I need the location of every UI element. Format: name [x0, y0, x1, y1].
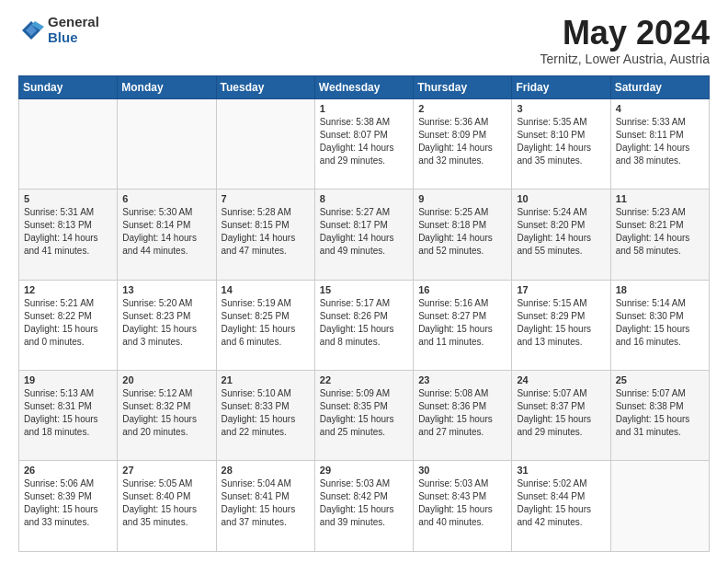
subtitle: Ternitz, Lower Austria, Austria — [540, 52, 710, 66]
day-number: 4 — [616, 103, 704, 114]
day-info: Sunrise: 5:35 AM Sunset: 8:10 PM Dayligh… — [517, 116, 605, 167]
day-cell: 13Sunrise: 5:20 AM Sunset: 8:23 PM Dayli… — [118, 280, 216, 370]
day-cell: 12Sunrise: 5:21 AM Sunset: 8:22 PM Dayli… — [19, 280, 118, 370]
day-number: 23 — [418, 374, 506, 385]
day-cell: 28Sunrise: 5:04 AM Sunset: 8:41 PM Dayli… — [216, 461, 314, 552]
week-row-4: 26Sunrise: 5:06 AM Sunset: 8:39 PM Dayli… — [19, 461, 710, 552]
col-tuesday: Tuesday — [216, 75, 314, 98]
day-info: Sunrise: 5:25 AM Sunset: 8:18 PM Dayligh… — [418, 206, 506, 258]
day-cell: 27Sunrise: 5:05 AM Sunset: 8:40 PM Dayli… — [118, 461, 216, 552]
day-cell: 30Sunrise: 5:03 AM Sunset: 8:43 PM Dayli… — [414, 461, 512, 552]
calendar-table: Sunday Monday Tuesday Wednesday Thursday… — [18, 75, 710, 552]
day-cell: 10Sunrise: 5:24 AM Sunset: 8:20 PM Dayli… — [512, 190, 610, 280]
day-number: 21 — [222, 374, 310, 385]
header: General Blue May 2024 Ternitz, Lower Aus… — [18, 15, 710, 66]
day-info: Sunrise: 5:27 AM Sunset: 8:17 PM Dayligh… — [320, 206, 408, 258]
day-info: Sunrise: 5:31 AM Sunset: 8:13 PM Dayligh… — [24, 206, 112, 258]
day-number: 26 — [24, 465, 112, 476]
day-info: Sunrise: 5:04 AM Sunset: 8:41 PM Dayligh… — [222, 477, 310, 529]
day-number: 24 — [517, 374, 605, 385]
day-number: 30 — [418, 465, 506, 476]
day-info: Sunrise: 5:24 AM Sunset: 8:20 PM Dayligh… — [517, 206, 605, 258]
col-thursday: Thursday — [414, 75, 512, 98]
day-cell: 16Sunrise: 5:16 AM Sunset: 8:27 PM Dayli… — [414, 280, 512, 370]
day-cell: 19Sunrise: 5:13 AM Sunset: 8:31 PM Dayli… — [19, 371, 118, 461]
day-cell: 14Sunrise: 5:19 AM Sunset: 8:25 PM Dayli… — [216, 280, 314, 370]
day-cell: 2Sunrise: 5:36 AM Sunset: 8:09 PM Daylig… — [414, 98, 512, 189]
calendar-page: General Blue May 2024 Ternitz, Lower Aus… — [0, 0, 728, 563]
day-number: 15 — [320, 284, 408, 295]
day-info: Sunrise: 5:07 AM Sunset: 8:37 PM Dayligh… — [517, 387, 605, 439]
week-row-0: 1Sunrise: 5:38 AM Sunset: 8:07 PM Daylig… — [19, 98, 710, 189]
day-cell: 29Sunrise: 5:03 AM Sunset: 8:42 PM Dayli… — [314, 461, 413, 552]
day-info: Sunrise: 5:36 AM Sunset: 8:09 PM Dayligh… — [418, 116, 506, 167]
logo-text: General Blue — [48, 15, 99, 45]
main-title: May 2024 — [540, 15, 710, 52]
day-info: Sunrise: 5:33 AM Sunset: 8:11 PM Dayligh… — [616, 116, 704, 167]
logo: General Blue — [18, 15, 99, 45]
day-number: 1 — [320, 103, 408, 114]
day-number: 5 — [24, 193, 112, 204]
day-cell — [19, 98, 118, 189]
week-row-1: 5Sunrise: 5:31 AM Sunset: 8:13 PM Daylig… — [19, 190, 710, 280]
day-number: 12 — [24, 284, 112, 295]
day-number: 18 — [616, 284, 704, 295]
day-info: Sunrise: 5:08 AM Sunset: 8:36 PM Dayligh… — [418, 387, 506, 439]
day-info: Sunrise: 5:06 AM Sunset: 8:39 PM Dayligh… — [24, 477, 112, 529]
col-saturday: Saturday — [610, 75, 709, 98]
week-row-2: 12Sunrise: 5:21 AM Sunset: 8:22 PM Dayli… — [19, 280, 710, 370]
col-wednesday: Wednesday — [314, 75, 413, 98]
day-cell: 3Sunrise: 5:35 AM Sunset: 8:10 PM Daylig… — [512, 98, 610, 189]
day-number: 29 — [320, 465, 408, 476]
logo-icon — [18, 17, 44, 43]
col-sunday: Sunday — [19, 75, 118, 98]
day-cell: 18Sunrise: 5:14 AM Sunset: 8:30 PM Dayli… — [610, 280, 709, 370]
day-cell — [216, 98, 314, 189]
day-number: 2 — [418, 103, 506, 114]
day-info: Sunrise: 5:12 AM Sunset: 8:32 PM Dayligh… — [122, 387, 210, 439]
day-number: 11 — [616, 193, 704, 204]
logo-general: General — [48, 15, 99, 30]
day-number: 28 — [222, 465, 310, 476]
day-info: Sunrise: 5:03 AM Sunset: 8:42 PM Dayligh… — [320, 477, 408, 529]
day-info: Sunrise: 5:09 AM Sunset: 8:35 PM Dayligh… — [320, 387, 408, 439]
day-info: Sunrise: 5:10 AM Sunset: 8:33 PM Dayligh… — [222, 387, 310, 439]
day-info: Sunrise: 5:38 AM Sunset: 8:07 PM Dayligh… — [320, 116, 408, 167]
day-number: 8 — [320, 193, 408, 204]
day-cell: 11Sunrise: 5:23 AM Sunset: 8:21 PM Dayli… — [610, 190, 709, 280]
logo-blue: Blue — [48, 30, 99, 46]
day-cell: 4Sunrise: 5:33 AM Sunset: 8:11 PM Daylig… — [610, 98, 709, 189]
day-cell: 6Sunrise: 5:30 AM Sunset: 8:14 PM Daylig… — [118, 190, 216, 280]
day-cell — [118, 98, 216, 189]
day-cell: 31Sunrise: 5:02 AM Sunset: 8:44 PM Dayli… — [512, 461, 610, 552]
day-cell: 23Sunrise: 5:08 AM Sunset: 8:36 PM Dayli… — [414, 371, 512, 461]
day-number: 3 — [517, 103, 605, 114]
day-number: 31 — [517, 465, 605, 476]
day-info: Sunrise: 5:03 AM Sunset: 8:43 PM Dayligh… — [418, 477, 506, 529]
day-info: Sunrise: 5:21 AM Sunset: 8:22 PM Dayligh… — [24, 297, 112, 349]
day-info: Sunrise: 5:07 AM Sunset: 8:38 PM Dayligh… — [616, 387, 704, 439]
day-number: 10 — [517, 193, 605, 204]
day-info: Sunrise: 5:20 AM Sunset: 8:23 PM Dayligh… — [122, 297, 210, 349]
day-number: 27 — [122, 465, 210, 476]
day-cell: 17Sunrise: 5:15 AM Sunset: 8:29 PM Dayli… — [512, 280, 610, 370]
day-number: 7 — [222, 193, 310, 204]
day-cell — [610, 461, 709, 552]
day-cell: 25Sunrise: 5:07 AM Sunset: 8:38 PM Dayli… — [610, 371, 709, 461]
day-number: 17 — [517, 284, 605, 295]
day-cell: 24Sunrise: 5:07 AM Sunset: 8:37 PM Dayli… — [512, 371, 610, 461]
col-friday: Friday — [512, 75, 610, 98]
day-number: 16 — [418, 284, 506, 295]
day-info: Sunrise: 5:28 AM Sunset: 8:15 PM Dayligh… — [222, 206, 310, 258]
day-info: Sunrise: 5:23 AM Sunset: 8:21 PM Dayligh… — [616, 206, 704, 258]
day-info: Sunrise: 5:19 AM Sunset: 8:25 PM Dayligh… — [222, 297, 310, 349]
day-cell: 7Sunrise: 5:28 AM Sunset: 8:15 PM Daylig… — [216, 190, 314, 280]
day-cell: 8Sunrise: 5:27 AM Sunset: 8:17 PM Daylig… — [314, 190, 413, 280]
day-info: Sunrise: 5:17 AM Sunset: 8:26 PM Dayligh… — [320, 297, 408, 349]
day-info: Sunrise: 5:30 AM Sunset: 8:14 PM Dayligh… — [122, 206, 210, 258]
day-cell: 22Sunrise: 5:09 AM Sunset: 8:35 PM Dayli… — [314, 371, 413, 461]
day-number: 13 — [122, 284, 210, 295]
day-number: 22 — [320, 374, 408, 385]
week-row-3: 19Sunrise: 5:13 AM Sunset: 8:31 PM Dayli… — [19, 371, 710, 461]
day-cell: 26Sunrise: 5:06 AM Sunset: 8:39 PM Dayli… — [19, 461, 118, 552]
